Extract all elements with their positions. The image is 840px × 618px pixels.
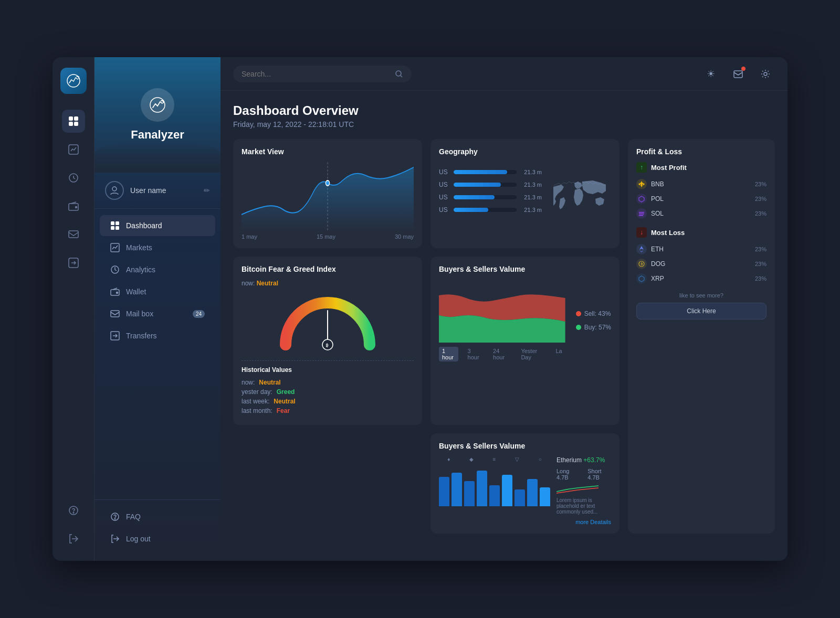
buyers-sellers-card: Buyers & Sellers Valume [430,257,620,425]
icon-nav-clock[interactable] [62,166,85,189]
svg-rect-43 [639,215,643,216]
bs2-info: Etherium +63.7% Long 4.7B Short 4.7B [556,456,611,525]
icon-nav-chart[interactable] [62,138,85,161]
click-here-button[interactable]: Click Here [636,303,766,319]
svg-rect-23 [111,311,119,317]
fear-greed-status: Neutral [257,280,278,287]
most-profit-icon: ↑ [636,162,647,173]
bar-7 [527,479,538,506]
hist-row-3: last month: Fear [242,407,414,414]
brand-header: Fanalyzer [94,57,220,173]
most-loss-icon: ↓ [636,227,647,238]
lorem-text: Lorem ipsum is placehold er text commonl… [556,497,611,515]
nav-item-mailbox[interactable]: Mail box 24 [100,303,215,324]
eth-icon [636,244,647,254]
geo-map [548,168,611,219]
svg-point-13 [150,98,165,112]
most-profit-section: ↑ Most Profit BNB 23% [636,162,766,221]
svg-marker-45 [639,250,644,252]
hist-row-0: now: Neutral [242,379,414,386]
historical-values-label: Historical Values [242,366,414,374]
svg-rect-41 [639,212,644,213]
icon-nav-dashboard[interactable] [62,110,85,133]
sun-icon-button[interactable]: ☀ [701,65,720,83]
bar-chart-icons: ♦ ◆ ≡ ▽ ○ [439,456,550,462]
geography-title: Geography [439,147,611,156]
coin-pol: POL 23% [636,191,766,206]
icon-nav-wallet[interactable] [62,195,85,218]
time-tabs: 1 hour 3 hour 24 hour Yester Day La [439,347,565,361]
main-content: ☀ Dashboard Overview Friday, may 12, 202… [220,57,788,561]
geo-row-1: US 21.3 m [439,168,542,176]
coin-eth: ETH 23% [636,242,766,257]
svg-marker-47 [639,276,644,282]
bar-5 [502,475,512,506]
nav-sidebar: Fanalyzer User name ✏ Dashboard Markets [94,57,220,561]
more-details-link[interactable]: more Deatails [556,519,611,525]
svg-point-26 [114,518,115,519]
buyers-sellers-title: Buyers & Sellers Valume [439,265,611,273]
bar-chart-area [439,464,550,506]
icon-nav-help[interactable] [62,499,85,522]
mail-icon-button[interactable] [729,65,748,83]
historical-values: now: Neutral yester day: Greed last week… [242,379,414,414]
icon-sidebar [52,57,94,561]
xrp-icon [636,273,647,284]
icon-nav-logout[interactable] [62,527,85,550]
search-icon [395,70,403,78]
sol-icon [636,208,647,219]
gauge-container: ₿ [242,292,414,355]
icon-nav-message[interactable] [62,223,85,246]
nav-item-markets[interactable]: Markets [100,237,215,258]
page-title: Dashboard Overview [233,103,775,118]
nav-item-analytics[interactable]: Analytics [100,259,215,280]
buyers-sellers-2-title: Buyers & Sellers Valume [439,442,611,450]
time-tab-1hour[interactable]: 1 hour [439,347,458,361]
icon-nav-transfer[interactable] [62,251,85,274]
time-tab-yesterday[interactable]: Yester Day [518,347,546,361]
dashboard-grid: Market View [233,139,775,534]
svg-marker-40 [639,196,644,202]
svg-rect-28 [734,71,742,78]
geo-bars: US 21.3 m US 21.3 m US [439,168,542,219]
market-view-card: Market View [233,139,422,248]
time-tab-24hour[interactable]: 24 hour [490,347,511,361]
nav-bottom: FAQ Log out [94,499,220,561]
nav-item-transfers[interactable]: Transfers [100,325,215,346]
time-tab-3hour[interactable]: 3 hour [465,347,484,361]
bar-1 [452,473,462,506]
most-loss-header: ↓ Most Loss [636,227,766,238]
svg-rect-15 [111,221,114,225]
geo-row-4: US 21.3 m [439,206,542,214]
svg-rect-16 [116,221,119,225]
mini-chart [556,484,611,494]
edit-icon[interactable]: ✏ [204,186,210,195]
svg-rect-1 [69,116,73,121]
app-container: Fanalyzer User name ✏ Dashboard Markets [52,57,788,561]
hist-row-1: yester day: Greed [242,388,414,396]
geo-row-3: US 21.3 m [439,194,542,201]
hist-row-2: last week: Neutral [242,398,414,405]
gear-icon-button[interactable] [756,65,775,83]
nav-item-wallet[interactable]: Wallet [100,281,215,302]
time-tab-la[interactable]: La [552,347,565,361]
market-view-title: Market View [242,147,414,156]
nav-item-dashboard[interactable]: Dashboard [100,215,215,236]
search-input[interactable] [242,70,391,78]
most-loss-section: ↓ Most Loss ETH 23% [636,227,766,286]
fear-greed-title: Bitcoin Fear & Greed Index [242,265,414,273]
nav-item-logout[interactable]: Log out [100,528,215,549]
mail-badge [741,67,746,71]
bs2-inner: ♦ ◆ ≡ ▽ ○ [439,456,611,525]
svg-rect-9 [69,231,78,238]
svg-point-22 [117,292,118,294]
svg-point-27 [396,71,401,76]
nav-item-faq[interactable]: FAQ [100,506,215,527]
svg-rect-17 [111,226,114,230]
bar-6 [514,489,525,506]
svg-rect-18 [116,226,119,230]
bar-0 [439,477,449,506]
coin-dog: DOG 23% [636,257,766,271]
search-box[interactable] [233,66,412,82]
user-avatar [105,181,124,200]
